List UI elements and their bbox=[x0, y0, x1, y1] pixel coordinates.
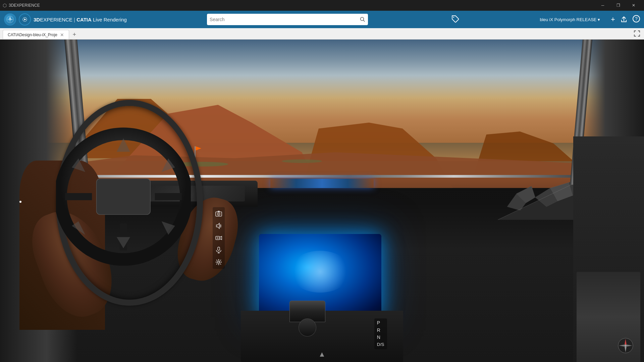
nav-arrow-up[interactable]: ▲ bbox=[318, 350, 326, 359]
steering-wheel-svg bbox=[56, 100, 191, 293]
close-button[interactable]: ✕ bbox=[626, 0, 641, 11]
svg-rect-44 bbox=[216, 236, 220, 240]
svg-line-59 bbox=[216, 264, 217, 264]
svg-marker-45 bbox=[220, 236, 222, 240]
svg-marker-36 bbox=[117, 237, 130, 248]
svg-marker-43 bbox=[216, 223, 219, 229]
speaker-icon bbox=[215, 223, 222, 229]
audio-tool-button[interactable] bbox=[214, 221, 223, 231]
gear-N: N bbox=[377, 334, 384, 341]
svg-line-58 bbox=[220, 260, 221, 260]
camera-tool-button[interactable] bbox=[214, 209, 223, 219]
settings-gear-icon bbox=[215, 259, 222, 265]
nav-right: bleu iX Polymorph RELEASE ▾ + ? bbox=[540, 15, 640, 24]
svg-line-56 bbox=[216, 260, 217, 260]
main-viewport: P R N D/S bbox=[0, 40, 644, 362]
tab-close-icon[interactable]: ✕ bbox=[60, 32, 64, 38]
gear-DS: D/S bbox=[377, 342, 384, 348]
gear-P: P bbox=[377, 320, 384, 326]
microphone-tool-button[interactable] bbox=[214, 245, 223, 255]
compass-widget-svg bbox=[617, 337, 634, 354]
video-tool-button[interactable] bbox=[214, 233, 223, 243]
module-name: CATIA bbox=[76, 17, 92, 22]
active-tab[interactable]: CATIADesign-bleu-iX_Proje ✕ bbox=[3, 30, 69, 39]
settings-tool-button[interactable] bbox=[214, 257, 223, 267]
svg-rect-32 bbox=[97, 179, 151, 215]
nav-bar: 3D3DEXPERIENCEEXPERIENCE | CATIA Live Re… bbox=[0, 11, 644, 28]
logo-area: 3D3DEXPERIENCEEXPERIENCE | CATIA Live Re… bbox=[4, 13, 127, 25]
title-bar: ⬡ 3DEXPERIENCE ─ ❐ ✕ bbox=[0, 0, 644, 11]
play-icon bbox=[22, 17, 27, 22]
app-icon: ⬡ bbox=[3, 3, 7, 8]
expand-button[interactable] bbox=[634, 31, 640, 38]
play-button[interactable] bbox=[19, 13, 31, 25]
nav-actions: + ? bbox=[611, 15, 640, 24]
far-right-panel bbox=[573, 136, 644, 362]
add-button[interactable]: + bbox=[611, 15, 615, 24]
svg-point-42 bbox=[218, 214, 219, 215]
svg-point-51 bbox=[218, 261, 220, 263]
toolbar-overlay bbox=[213, 207, 225, 269]
svg-point-46 bbox=[217, 237, 218, 239]
user-profile[interactable]: bleu iX Polymorph RELEASE ▾ bbox=[540, 17, 600, 22]
tab-label: CATIADesign-bleu-iX_Proje bbox=[8, 33, 57, 37]
svg-rect-41 bbox=[218, 211, 220, 212]
svg-rect-47 bbox=[218, 247, 220, 250]
restore-button[interactable]: ❐ bbox=[610, 0, 626, 11]
compass-icon bbox=[6, 16, 14, 23]
svg-marker-4 bbox=[10, 19, 13, 20]
search-icon[interactable] bbox=[360, 17, 365, 22]
center-hud-strip bbox=[270, 179, 373, 188]
share-button[interactable] bbox=[621, 15, 627, 24]
title-bar-text: 3DEXPERIENCE bbox=[9, 3, 595, 8]
navigation-compass bbox=[617, 337, 634, 355]
svg-point-18 bbox=[282, 160, 322, 163]
tab-bar: CATIADesign-bleu-iX_Proje ✕ + bbox=[0, 28, 644, 40]
microphone-icon bbox=[215, 247, 222, 253]
add-tab-button[interactable]: + bbox=[70, 31, 78, 39]
gear-R: R bbox=[377, 327, 384, 334]
video-icon bbox=[215, 235, 222, 241]
sub-module: Live Rendering bbox=[93, 17, 127, 22]
minimize-button[interactable]: ─ bbox=[595, 0, 610, 11]
svg-marker-33 bbox=[117, 138, 130, 152]
camera-icon bbox=[215, 210, 222, 217]
svg-point-9 bbox=[453, 17, 454, 18]
search-input[interactable] bbox=[210, 17, 358, 22]
share-icon bbox=[621, 16, 627, 23]
svg-line-8 bbox=[364, 20, 365, 22]
indicator-dot bbox=[19, 201, 21, 203]
svg-point-65 bbox=[625, 345, 627, 347]
svg-marker-6 bbox=[24, 18, 26, 20]
gear-labels: P R N D/S bbox=[374, 318, 387, 349]
app-title: 3D3DEXPERIENCEEXPERIENCE | CATIA Live Re… bbox=[34, 17, 127, 22]
steering-wheel-rim bbox=[56, 100, 203, 305]
help-button[interactable]: ? bbox=[633, 15, 640, 22]
tag-icon bbox=[451, 14, 460, 23]
svg-line-57 bbox=[220, 264, 221, 264]
steering-wheel-area bbox=[19, 88, 264, 330]
tag-button[interactable] bbox=[451, 14, 460, 24]
svg-marker-3 bbox=[7, 19, 10, 20]
compass-logo[interactable] bbox=[4, 13, 16, 25]
gear-shifter-knob bbox=[289, 301, 325, 337]
window-controls: ─ ❐ ✕ bbox=[595, 0, 641, 11]
search-area[interactable] bbox=[207, 14, 368, 25]
expand-icon bbox=[634, 31, 640, 37]
